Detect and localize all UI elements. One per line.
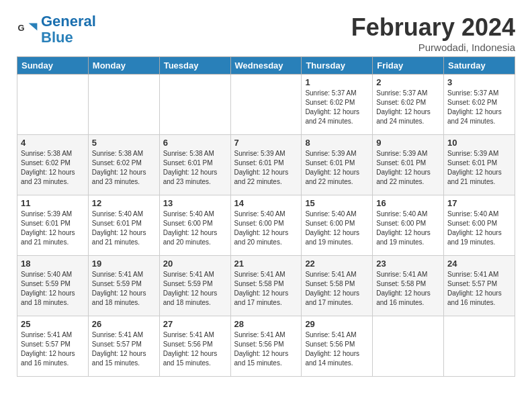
day-number: 25 [21,319,85,329]
day-info: Sunrise: 5:38 AM Sunset: 6:02 PM Dayligh… [92,149,156,187]
day-number: 20 [163,259,227,269]
day-info: Sunrise: 5:40 AM Sunset: 6:00 PM Dayligh… [447,210,511,247]
day-number: 7 [234,138,298,148]
calendar-cell: 20Sunrise: 5:41 AM Sunset: 5:59 PM Dayli… [159,256,230,316]
day-info: Sunrise: 5:41 AM Sunset: 5:59 PM Dayligh… [92,270,156,308]
day-info: Sunrise: 5:40 AM Sunset: 6:01 PM Dayligh… [92,210,156,247]
day-number: 14 [234,198,298,208]
day-info: Sunrise: 5:41 AM Sunset: 5:59 PM Dayligh… [163,270,227,308]
day-number: 28 [234,319,298,329]
calendar-cell: 8Sunrise: 5:39 AM Sunset: 6:01 PM Daylig… [302,135,373,195]
day-info: Sunrise: 5:41 AM Sunset: 5:57 PM Dayligh… [92,330,156,368]
day-number: 17 [447,198,511,208]
day-info: Sunrise: 5:38 AM Sunset: 6:01 PM Dayligh… [163,149,227,187]
day-info: Sunrise: 5:40 AM Sunset: 6:00 PM Dayligh… [376,210,440,247]
calendar-cell: 18Sunrise: 5:40 AM Sunset: 5:59 PM Dayli… [17,256,89,316]
weekday-header-monday: Monday [88,57,159,75]
day-number: 5 [92,138,156,148]
calendar-cell: 21Sunrise: 5:41 AM Sunset: 5:58 PM Dayli… [230,256,302,316]
calendar-cell: 23Sunrise: 5:41 AM Sunset: 5:58 PM Dayli… [373,256,444,316]
day-number: 29 [305,319,369,329]
day-info: Sunrise: 5:39 AM Sunset: 6:01 PM Dayligh… [447,149,511,187]
calendar-cell: 5Sunrise: 5:38 AM Sunset: 6:02 PM Daylig… [88,135,159,195]
day-number: 3 [447,77,511,87]
calendar-cell: 27Sunrise: 5:41 AM Sunset: 5:56 PM Dayli… [159,316,230,377]
day-info: Sunrise: 5:40 AM Sunset: 6:00 PM Dayligh… [234,210,298,247]
calendar-cell: 22Sunrise: 5:41 AM Sunset: 5:58 PM Dayli… [302,256,373,316]
calendar-cell: 1Sunrise: 5:37 AM Sunset: 6:02 PM Daylig… [302,75,373,135]
day-info: Sunrise: 5:37 AM Sunset: 6:02 PM Dayligh… [447,89,511,126]
calendar-cell: 24Sunrise: 5:41 AM Sunset: 5:57 PM Dayli… [444,256,515,316]
logo-icon: G [17,19,38,40]
calendar-cell [444,316,515,377]
calendar-cell: 2Sunrise: 5:37 AM Sunset: 6:02 PM Daylig… [373,75,444,135]
day-number: 15 [305,198,369,208]
calendar-cell: 9Sunrise: 5:39 AM Sunset: 6:01 PM Daylig… [373,135,444,195]
calendar-cell [159,75,230,135]
day-info: Sunrise: 5:41 AM Sunset: 5:56 PM Dayligh… [234,330,298,368]
logo: G General Blue [17,13,96,46]
calendar-cell [88,75,159,135]
calendar-cell [373,316,444,377]
day-number: 24 [447,259,511,269]
day-info: Sunrise: 5:41 AM Sunset: 5:58 PM Dayligh… [376,270,440,308]
calendar-week-0: 1Sunrise: 5:37 AM Sunset: 6:02 PM Daylig… [17,75,515,135]
day-info: Sunrise: 5:41 AM Sunset: 5:57 PM Dayligh… [447,270,511,308]
day-info: Sunrise: 5:39 AM Sunset: 6:01 PM Dayligh… [376,149,440,187]
day-number: 9 [376,138,440,148]
calendar-cell: 7Sunrise: 5:39 AM Sunset: 6:01 PM Daylig… [230,135,302,195]
day-info: Sunrise: 5:41 AM Sunset: 5:58 PM Dayligh… [234,270,298,308]
day-info: Sunrise: 5:40 AM Sunset: 6:00 PM Dayligh… [305,210,369,247]
day-number: 10 [447,138,511,148]
day-info: Sunrise: 5:40 AM Sunset: 6:00 PM Dayligh… [163,210,227,247]
calendar-cell: 12Sunrise: 5:40 AM Sunset: 6:01 PM Dayli… [88,195,159,256]
calendar-week-3: 18Sunrise: 5:40 AM Sunset: 5:59 PM Dayli… [17,256,515,316]
day-info: Sunrise: 5:37 AM Sunset: 6:02 PM Dayligh… [376,89,440,126]
calendar-cell: 14Sunrise: 5:40 AM Sunset: 6:00 PM Dayli… [230,195,302,256]
weekday-header-thursday: Thursday [302,57,373,75]
calendar-cell: 28Sunrise: 5:41 AM Sunset: 5:56 PM Dayli… [230,316,302,377]
calendar-cell: 25Sunrise: 5:41 AM Sunset: 5:57 PM Dayli… [17,316,89,377]
day-info: Sunrise: 5:39 AM Sunset: 6:01 PM Dayligh… [21,210,85,247]
calendar-cell: 15Sunrise: 5:40 AM Sunset: 6:00 PM Dayli… [302,195,373,256]
day-number: 2 [376,77,440,87]
day-number: 26 [92,319,156,329]
calendar-cell: 13Sunrise: 5:40 AM Sunset: 6:00 PM Dayli… [159,195,230,256]
day-number: 16 [376,198,440,208]
calendar-cell: 26Sunrise: 5:41 AM Sunset: 5:57 PM Dayli… [88,316,159,377]
calendar-cell: 4Sunrise: 5:38 AM Sunset: 6:02 PM Daylig… [17,135,89,195]
title-block: February 2024 Purwodadi, Indonesia [351,13,515,53]
day-info: Sunrise: 5:39 AM Sunset: 6:01 PM Dayligh… [234,149,298,187]
calendar-cell: 11Sunrise: 5:39 AM Sunset: 6:01 PM Dayli… [17,195,89,256]
weekday-header-sunday: Sunday [17,57,89,75]
svg-text:G: G [18,23,25,33]
calendar-cell: 19Sunrise: 5:41 AM Sunset: 5:59 PM Dayli… [88,256,159,316]
month-title: February 2024 [351,13,515,42]
day-number: 23 [376,259,440,269]
weekday-header-friday: Friday [373,57,444,75]
day-number: 1 [305,77,369,87]
calendar-cell: 6Sunrise: 5:38 AM Sunset: 6:01 PM Daylig… [159,135,230,195]
day-number: 6 [163,138,227,148]
day-info: Sunrise: 5:37 AM Sunset: 6:02 PM Dayligh… [305,89,369,126]
calendar-week-4: 25Sunrise: 5:41 AM Sunset: 5:57 PM Dayli… [17,316,515,377]
calendar-week-2: 11Sunrise: 5:39 AM Sunset: 6:01 PM Dayli… [17,195,515,256]
weekday-header-wednesday: Wednesday [230,57,302,75]
day-number: 27 [163,319,227,329]
day-info: Sunrise: 5:38 AM Sunset: 6:02 PM Dayligh… [21,149,85,187]
calendar-cell [230,75,302,135]
calendar-cell: 10Sunrise: 5:39 AM Sunset: 6:01 PM Dayli… [444,135,515,195]
day-number: 8 [305,138,369,148]
calendar-cell [17,75,89,135]
day-number: 19 [92,259,156,269]
day-number: 4 [21,138,85,148]
day-number: 11 [21,198,85,208]
page-header: G General Blue February 2024 Purwodadi, … [7,7,525,56]
day-number: 21 [234,259,298,269]
calendar-cell: 16Sunrise: 5:40 AM Sunset: 6:00 PM Dayli… [373,195,444,256]
calendar-cell: 29Sunrise: 5:41 AM Sunset: 5:56 PM Dayli… [302,316,373,377]
day-info: Sunrise: 5:39 AM Sunset: 6:01 PM Dayligh… [305,149,369,187]
day-info: Sunrise: 5:41 AM Sunset: 5:57 PM Dayligh… [21,330,85,368]
day-info: Sunrise: 5:41 AM Sunset: 5:56 PM Dayligh… [163,330,227,368]
day-info: Sunrise: 5:41 AM Sunset: 5:58 PM Dayligh… [305,270,369,308]
